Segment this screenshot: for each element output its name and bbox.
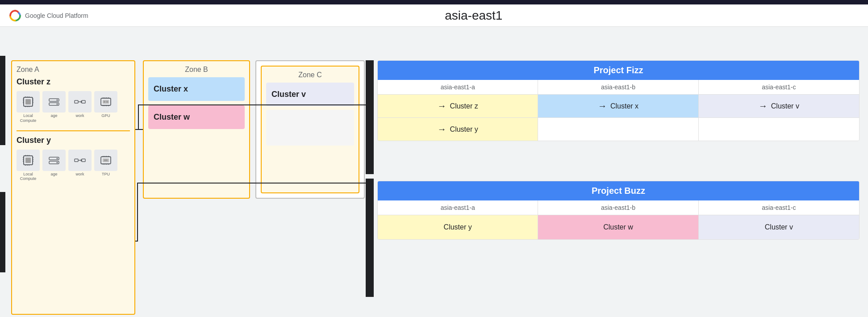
cluster-y-section: Cluster y <box>17 136 130 182</box>
buzz-zone-a-label: asia-east1-a <box>378 200 538 215</box>
network-y-label: work <box>75 172 84 176</box>
fizz-cluster-z-cell: → Cluster z <box>378 95 538 117</box>
storage-icon-box <box>42 91 66 113</box>
fizz-arrow-to-z: → <box>438 101 447 111</box>
buzz-zone-c-label: asia-east1-c <box>699 200 859 215</box>
cluster-y-icons: LocalCompute age <box>17 150 130 182</box>
main-title: asia-east1 <box>88 8 859 23</box>
logo-text: Google Cloud Platform <box>25 12 88 19</box>
storage-label: age <box>50 113 57 118</box>
zone-c: Zone C Cluster v <box>261 66 359 193</box>
network-icon-box <box>68 91 92 113</box>
cluster-w-label: Cluster w <box>154 113 239 122</box>
cpu-icon <box>21 95 35 109</box>
network-y-icon <box>73 154 87 167</box>
fizz-arrow-to-x: → <box>598 101 607 111</box>
gpu-icon-box <box>94 91 117 113</box>
fizz-zone-b-label: asia-east1-b <box>538 80 698 94</box>
svg-rect-54 <box>82 159 85 162</box>
tpu-chip-icon <box>99 153 113 167</box>
storage-y-label: age <box>50 172 57 176</box>
fizz-cluster-x-cell: → Cluster x <box>538 95 698 117</box>
gcp-logo-icon <box>9 9 21 22</box>
svg-rect-19 <box>75 100 78 103</box>
buzz-clusters-row: Cluster y Cluster w Cluster v <box>378 215 859 239</box>
cluster-z-section: Cluster z <box>17 77 130 123</box>
svg-point-52 <box>57 162 58 163</box>
left-accent-bar <box>0 56 5 145</box>
fizz-arrow-to-v: → <box>759 101 768 111</box>
cluster-z-icons: LocalCompute age <box>17 91 130 123</box>
fizz-zone-a-label: asia-east1-a <box>378 80 538 94</box>
svg-rect-20 <box>82 100 85 103</box>
cluster-w-box: Cluster w <box>148 105 245 129</box>
storage-icon <box>47 95 61 108</box>
buzz-zone-b-label: asia-east1-b <box>538 200 698 215</box>
zone-a: Zone A Cluster z <box>11 60 135 315</box>
fizz-arrow-to-y: → <box>438 124 447 134</box>
network-icon <box>73 95 87 108</box>
storage-y-icon <box>47 154 61 167</box>
project-fizz-header: Project Fizz <box>378 61 859 80</box>
cluster-x-label: Cluster x <box>154 84 239 94</box>
project-buzz-header: Project Buzz <box>378 181 859 200</box>
buzz-cluster-v-cell: Cluster v <box>699 215 859 239</box>
gpu-chip-icon <box>99 95 113 109</box>
header: Google Cloud Platform asia-east1 <box>0 4 868 27</box>
svg-rect-36 <box>25 158 31 163</box>
svg-rect-53 <box>75 159 78 162</box>
fizz-cluster-v-cell: → Cluster v <box>699 95 859 117</box>
cluster-v-box: Cluster v <box>266 83 354 106</box>
svg-point-18 <box>57 104 58 105</box>
zone-b-label: Zone B <box>148 66 245 74</box>
network-icon-item: work <box>68 91 92 118</box>
network-y-item: work <box>68 150 92 176</box>
fizz-cluster-empty-2 <box>699 118 859 141</box>
zone-a-label: Zone A <box>17 66 130 74</box>
svg-point-17 <box>57 100 58 101</box>
compute-y-label: LocalCompute <box>20 172 37 182</box>
local-compute-y-item: LocalCompute <box>17 150 40 182</box>
storage-y-item: age <box>42 150 66 176</box>
cluster-x-box: Cluster x <box>148 77 245 101</box>
buzz-cluster-y-cell: Cluster y <box>378 215 538 239</box>
fizz-clusters-row2: → Cluster y <box>378 118 859 141</box>
cluster-v-label: Cluster v <box>271 90 349 99</box>
fizz-zones-row: asia-east1-a asia-east1-b asia-east1-c <box>378 80 859 95</box>
cpu-y-icon <box>21 153 35 167</box>
compute-label: LocalCompute <box>20 113 37 123</box>
compute-y-box <box>17 150 40 171</box>
fizz-clusters-row1: → Cluster z → Cluster x → Cluster v <box>378 95 859 118</box>
tpu-label: TPU <box>102 172 110 176</box>
fizz-cluster-y-cell: → Cluster y <box>378 118 538 141</box>
zone-c-empty <box>266 110 354 146</box>
network-y-box <box>68 150 92 171</box>
svg-point-0 <box>9 10 21 21</box>
middle-divider-top <box>366 60 374 174</box>
middle-divider-bottom <box>366 179 374 297</box>
cluster-z-label: Cluster z <box>17 77 130 87</box>
fizz-cluster-empty-1 <box>538 118 698 141</box>
svg-point-51 <box>57 158 58 159</box>
logo-area: Google Cloud Platform <box>9 9 88 22</box>
svg-rect-59 <box>104 159 108 161</box>
project-fizz: Project Fizz asia-east1-a asia-east1-b a… <box>377 60 860 141</box>
tpu-icon-box <box>94 150 117 171</box>
project-buzz: Project Buzz asia-east1-a asia-east1-b a… <box>377 181 860 240</box>
local-compute-icon-item: LocalCompute <box>17 91 40 123</box>
fizz-zone-c-label: asia-east1-c <box>699 80 859 94</box>
svg-rect-25 <box>104 101 105 103</box>
svg-rect-26 <box>106 101 108 103</box>
gpu-label: GPU <box>101 113 110 118</box>
compute-icon-box <box>17 91 40 113</box>
content-area: Zone A Cluster z <box>0 27 868 317</box>
zone-b: Zone B Cluster x Cluster w <box>143 60 250 199</box>
storage-icon-item: age <box>42 91 66 118</box>
gpu-icon-item: GPU <box>94 91 117 118</box>
svg-rect-2 <box>25 99 31 104</box>
buzz-zones-row: asia-east1-a asia-east1-b asia-east1-c <box>378 200 859 215</box>
zone-c-outer: Zone C Cluster v <box>255 60 365 199</box>
tpu-icon-item: TPU <box>94 150 117 176</box>
network-label: work <box>75 113 84 118</box>
cluster-y-label: Cluster y <box>17 136 130 145</box>
